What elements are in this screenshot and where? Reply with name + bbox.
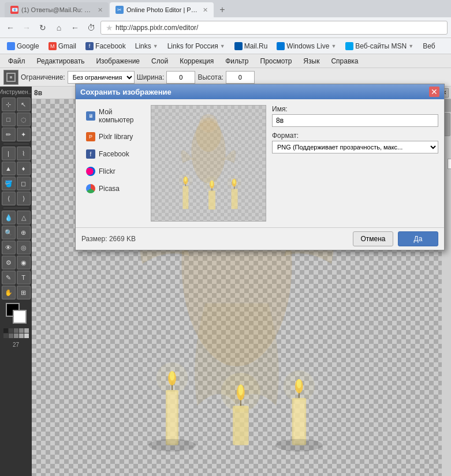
refresh-button[interactable]: ↻ <box>36 21 50 35</box>
back-button2[interactable]: ← <box>68 21 82 35</box>
bookmark-fb-label: Facebook <box>95 42 126 50</box>
bookmark-links-russia[interactable]: Links for Россия ▼ <box>165 41 228 51</box>
tool-eyedrop2[interactable]: ◎ <box>17 241 31 254</box>
bookmark-star-icon[interactable]: ★ <box>106 23 113 32</box>
bookmark-facebook[interactable]: f Facebook <box>83 41 128 51</box>
svg-point-17 <box>156 362 188 394</box>
dialog-nav-flickr-label: Flickr <box>99 167 115 175</box>
menu-image[interactable]: Изображение <box>90 55 146 67</box>
tool-gradient[interactable]: ◻ <box>17 177 31 190</box>
menu-lang[interactable]: Язык <box>297 55 325 67</box>
tool-fill[interactable]: 🪣 <box>2 177 16 190</box>
height-input[interactable] <box>226 71 255 84</box>
tool-row-1: ⊹ ↖ <box>2 98 31 111</box>
dialog-body: 🖥 Мой компьютер P Pixlr library f Facebo… <box>76 99 444 227</box>
tool-heal[interactable]: ♦ <box>17 162 31 175</box>
menu-view[interactable]: Просмотр <box>255 55 298 67</box>
bookmark-gmail[interactable]: M Gmail <box>46 41 79 51</box>
tool-setting[interactable]: ⚙ <box>2 256 16 269</box>
toolbar-icon-btn[interactable] <box>3 70 18 85</box>
bookmark-links[interactable]: Links ▼ <box>133 41 161 51</box>
limit-select[interactable]: Без ограничения <box>68 71 135 84</box>
tool-magic[interactable]: ◌ <box>17 113 31 126</box>
menu-correction[interactable]: Коррекция <box>174 55 219 67</box>
tool-type[interactable]: T <box>17 271 31 284</box>
menu-filter[interactable]: Фильтр <box>219 55 254 67</box>
dialog-nav-fb-label: Facebook <box>99 150 129 158</box>
tool-text[interactable]: ✎ <box>2 271 16 284</box>
bookmark-google[interactable]: Google <box>5 41 42 51</box>
tool-crop[interactable]: ✏ <box>2 128 16 141</box>
tool-swatch[interactable]: ◉ <box>17 256 31 269</box>
dialog-nav-picasa[interactable]: Picasa <box>81 181 146 196</box>
tab-mail-close[interactable]: ✕ <box>98 6 103 14</box>
bookmark-mailru[interactable]: Mail.Ru <box>232 41 270 51</box>
tool-zoom[interactable]: 🔍 <box>2 226 16 239</box>
width-input[interactable] <box>166 71 195 84</box>
svg-rect-33 <box>232 189 238 209</box>
tab-pixlr[interactable]: ✂ Online Photo Editor | Pixlr Edit... ✕ <box>110 2 214 17</box>
tool-clone[interactable]: ▲ <box>2 162 16 175</box>
tool-marquee[interactable]: ⊹ <box>2 98 16 111</box>
history-button[interactable]: ⏱ <box>84 21 98 35</box>
menu-edit[interactable]: Редактировать <box>31 55 91 67</box>
tool-measure[interactable]: ✦ <box>17 128 31 141</box>
app-menu: Файл Редактировать Изображение Слой Корр… <box>0 54 451 68</box>
windows-live-icon <box>277 42 285 50</box>
svg-point-37 <box>179 174 193 188</box>
format-select[interactable]: PNG (Поддерживает прозрачность, макс... <box>272 141 438 153</box>
tool-row-12: ✎ T <box>2 271 31 284</box>
status-coord: 27 <box>13 342 19 348</box>
tool-zoom2[interactable]: ⊕ <box>17 226 31 239</box>
tool-row-2: □ ◌ <box>2 113 31 126</box>
bookmark-web[interactable]: Веб <box>420 41 437 51</box>
background-color[interactable] <box>13 310 27 324</box>
height-label: Высота: <box>197 73 223 81</box>
bookmarks-bar: Google M Gmail f Facebook Links ▼ Links … <box>0 38 451 54</box>
tool-blur[interactable]: 💧 <box>2 211 16 224</box>
home-button[interactable]: ⌂ <box>52 21 66 35</box>
tool-eye[interactable]: 👁 <box>2 241 16 254</box>
dialog-nav-facebook[interactable]: f Facebook <box>81 147 146 162</box>
tab-mail[interactable]: 📧 (1) Ответы@Mail.Ru: как сдела... ✕ <box>5 2 109 17</box>
menu-help[interactable]: Справка <box>325 55 364 67</box>
svg-point-38 <box>204 177 220 193</box>
menu-layer[interactable]: Слой <box>146 55 174 67</box>
color-swatches <box>6 303 27 324</box>
forward-button[interactable]: → <box>20 21 33 35</box>
tool-lasso[interactable]: □ <box>2 113 16 126</box>
tool-pencil[interactable]: | <box>2 147 16 160</box>
preview-checker <box>151 106 266 221</box>
dialog-nav-pixlr[interactable]: P Pixlr library <box>81 129 146 144</box>
tool-sharpen[interactable]: △ <box>17 211 31 224</box>
svg-point-21 <box>275 439 323 452</box>
limit-label: Ограничение: <box>21 73 65 81</box>
bookmark-msn[interactable]: Веб-сайты MSN ▼ <box>343 41 416 51</box>
ok-button[interactable]: Да <box>398 231 438 246</box>
tools-sidebar: Инструмен... ⊹ ↖ □ ◌ ✏ ✦ | ⌇ <box>0 87 32 476</box>
tool-select[interactable]: ↖ <box>17 98 31 111</box>
tool-dodge[interactable]: ⟨ <box>2 192 16 205</box>
tool-burn[interactable]: ⟩ <box>17 192 31 205</box>
tab-pixlr-close[interactable]: ✕ <box>203 6 208 14</box>
new-tab-button[interactable]: + <box>215 2 230 17</box>
menu-file[interactable]: Файл <box>2 55 31 67</box>
tool-magnify[interactable]: ⊞ <box>17 286 31 299</box>
tool-row-9: 🔍 ⊕ <box>2 226 31 239</box>
dialog-close-btn[interactable]: ✕ <box>429 87 439 97</box>
svg-point-20 <box>148 439 196 452</box>
tool-brush[interactable]: ⌇ <box>17 147 31 160</box>
filename-input[interactable] <box>272 114 438 127</box>
dialog-nav-flickr[interactable]: Flickr <box>81 164 146 179</box>
svg-point-18 <box>284 370 315 402</box>
tool-row-13: ✋ ⊞ <box>2 286 31 299</box>
back-button[interactable]: ← <box>3 21 17 35</box>
opacity-value[interactable] <box>448 159 451 169</box>
address-bar[interactable]: ★ http://apps.pixlr.com/editor/ <box>100 21 448 35</box>
tab-mail-icon: 📧 <box>10 6 18 14</box>
tool-hand[interactable]: ✋ <box>2 286 16 299</box>
bookmark-windows-live[interactable]: Windows Live ▼ <box>274 41 338 51</box>
cancel-button[interactable]: Отмена <box>353 231 393 246</box>
dialog-nav-computer[interactable]: 🖥 Мой компьютер <box>81 105 146 127</box>
msn-icon <box>345 42 353 50</box>
